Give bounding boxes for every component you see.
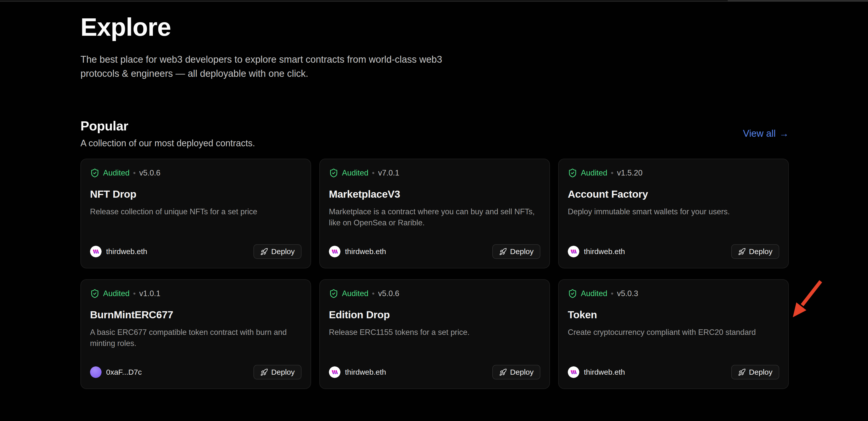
contract-title: Account Factory	[568, 188, 779, 200]
contract-description: Marketplace is a contract where you can …	[329, 206, 537, 228]
badge-row: Audited • v5.0.6	[90, 168, 302, 178]
badge-row: Audited • v1.5.20	[568, 168, 779, 178]
version-label: v5.0.3	[617, 289, 638, 298]
publisher-name: thirdweb.eth	[106, 247, 147, 256]
card-footer: thirdweb.eth Deploy	[329, 244, 540, 259]
deploy-label: Deploy	[271, 368, 295, 376]
deploy-button[interactable]: Deploy	[731, 244, 779, 259]
arrow-right-icon: →	[779, 128, 789, 139]
contract-description: Deploy immutable smart wallets for your …	[568, 206, 776, 217]
contract-card-token[interactable]: Audited • v5.0.3 Token Create cryptocurr…	[558, 279, 789, 389]
rocket-icon	[738, 368, 746, 376]
contract-card-burnminterc677[interactable]: Audited • v1.0.1 BurnMintERC677 A basic …	[81, 279, 311, 389]
contract-card-account-factory[interactable]: Audited • v1.5.20 Account Factory Deploy…	[558, 159, 789, 269]
deploy-button[interactable]: Deploy	[253, 365, 302, 380]
contract-card-nft-drop[interactable]: Audited • v5.0.6 NFT Drop Release collec…	[81, 159, 311, 269]
shield-check-icon	[90, 168, 100, 178]
dot-separator: •	[372, 169, 375, 177]
popular-heading: Popular	[81, 118, 255, 134]
audited-badge: Audited	[342, 168, 368, 177]
popular-description: A collection of our most deployed contra…	[81, 138, 255, 148]
audited-badge: Audited	[103, 289, 129, 298]
contract-card-marketplacev3[interactable]: Audited • v7.0.1 MarketplaceV3 Marketpla…	[319, 159, 550, 269]
deploy-label: Deploy	[749, 368, 772, 376]
shield-check-icon	[90, 289, 100, 298]
contract-description: A basic ERC677 compatible token contract…	[90, 327, 299, 349]
popular-section-text: Popular A collection of our most deploye…	[81, 118, 255, 148]
version-label: v5.0.6	[378, 289, 399, 298]
publisher-name: thirdweb.eth	[584, 368, 625, 376]
page-subtitle: The best place for web3 developers to ex…	[81, 52, 458, 81]
deploy-button[interactable]: Deploy	[731, 365, 779, 380]
rocket-icon	[260, 248, 268, 256]
navbar-bottom-edge	[0, 0, 868, 2]
publisher-link[interactable]: thirdweb.eth	[329, 366, 386, 378]
card-footer: thirdweb.eth Deploy	[329, 365, 540, 380]
contract-description: Release ERC1155 tokens for a set price.	[329, 327, 537, 338]
popular-section-header: Popular A collection of our most deploye…	[81, 118, 789, 148]
shield-check-icon	[568, 289, 577, 298]
deploy-label: Deploy	[510, 368, 534, 376]
contract-description: Create cryptocurrency compliant with ERC…	[568, 327, 776, 338]
audited-badge: Audited	[581, 168, 607, 177]
dot-separator: •	[611, 289, 614, 298]
dot-separator: •	[372, 289, 375, 298]
thirdweb-avatar-icon	[568, 246, 579, 257]
thirdweb-avatar-icon	[568, 366, 579, 378]
view-all-link[interactable]: View all →	[743, 128, 789, 139]
audited-badge: Audited	[342, 289, 368, 298]
publisher-link[interactable]: thirdweb.eth	[329, 246, 386, 257]
deploy-label: Deploy	[749, 247, 772, 256]
version-label: v1.0.1	[139, 289, 160, 298]
rocket-icon	[738, 248, 746, 256]
card-footer: thirdweb.eth Deploy	[568, 244, 779, 259]
badge-row: Audited • v7.0.1	[329, 168, 540, 178]
publisher-name: thirdweb.eth	[584, 247, 625, 256]
version-label: v1.5.20	[617, 168, 643, 177]
rocket-icon	[260, 368, 268, 376]
card-footer: 0xaF...D7c Deploy	[90, 365, 302, 380]
contract-title: Token	[568, 309, 779, 321]
card-footer: thirdweb.eth Deploy	[568, 365, 779, 380]
deploy-button[interactable]: Deploy	[492, 244, 540, 259]
contract-card-edition-drop[interactable]: Audited • v5.0.6 Edition Drop Release ER…	[319, 279, 550, 389]
card-footer: thirdweb.eth Deploy	[90, 244, 302, 259]
navbar-edge-highlight	[728, 0, 868, 1]
dot-separator: •	[133, 289, 136, 298]
audited-badge: Audited	[103, 168, 129, 177]
badge-row: Audited • v5.0.3	[568, 289, 779, 298]
publisher-avatar-icon	[90, 366, 101, 378]
publisher-name: thirdweb.eth	[345, 247, 386, 256]
badge-row: Audited • v1.0.1	[90, 289, 302, 298]
page-title: Explore	[81, 13, 789, 41]
deploy-label: Deploy	[510, 247, 534, 256]
version-label: v7.0.1	[378, 168, 399, 177]
explore-page: Explore The best place for web3 develope…	[81, 13, 789, 389]
shield-check-icon	[329, 289, 338, 298]
deploy-button[interactable]: Deploy	[492, 365, 540, 380]
thirdweb-avatar-icon	[329, 366, 340, 378]
badge-row: Audited • v5.0.6	[329, 289, 540, 298]
publisher-link[interactable]: thirdweb.eth	[90, 246, 147, 257]
publisher-name: 0xaF...D7c	[106, 368, 142, 376]
dot-separator: •	[133, 169, 136, 177]
contract-description: Release collection of unique NFTs for a …	[90, 206, 299, 217]
deploy-button[interactable]: Deploy	[253, 244, 302, 259]
deploy-label: Deploy	[271, 247, 295, 256]
version-label: v5.0.6	[139, 168, 160, 177]
rocket-icon	[499, 248, 507, 256]
publisher-name: thirdweb.eth	[345, 368, 386, 376]
thirdweb-avatar-icon	[90, 246, 101, 257]
contract-title: MarketplaceV3	[329, 188, 540, 200]
shield-check-icon	[329, 168, 338, 178]
contract-title: Edition Drop	[329, 309, 540, 321]
publisher-link[interactable]: 0xaF...D7c	[90, 366, 142, 378]
contract-title: NFT Drop	[90, 188, 302, 200]
dot-separator: •	[611, 169, 614, 177]
publisher-link[interactable]: thirdweb.eth	[568, 366, 625, 378]
thirdweb-avatar-icon	[329, 246, 340, 257]
audited-badge: Audited	[581, 289, 607, 298]
publisher-link[interactable]: thirdweb.eth	[568, 246, 625, 257]
view-all-label: View all	[743, 128, 776, 139]
shield-check-icon	[568, 168, 577, 178]
